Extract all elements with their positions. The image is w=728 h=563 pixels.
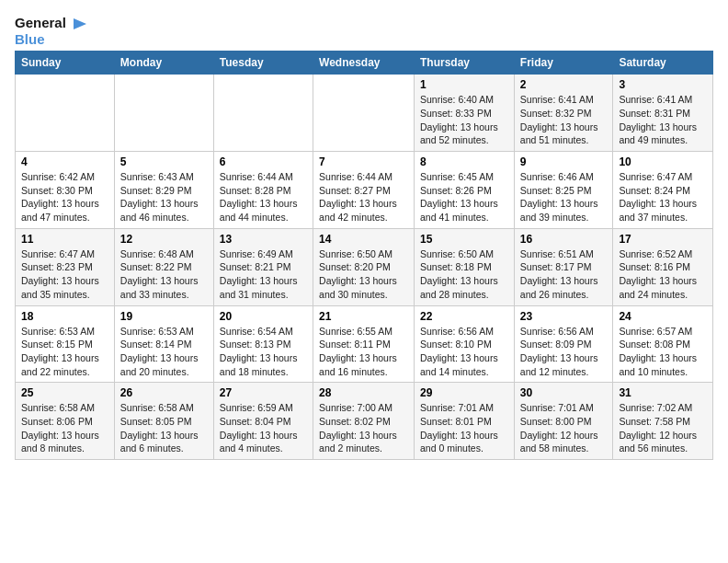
day-info: Sunrise: 6:56 AMSunset: 8:09 PMDaylight:… (520, 325, 608, 379)
day-number: 7 (319, 155, 408, 168)
day-cell: 11Sunrise: 6:47 AMSunset: 8:23 PMDayligh… (16, 228, 115, 305)
day-number: 21 (319, 310, 408, 323)
day-number: 25 (21, 386, 108, 399)
svg-marker-0 (74, 18, 86, 29)
week-row-4: 18Sunrise: 6:53 AMSunset: 8:15 PMDayligh… (16, 305, 713, 383)
day-number: 31 (619, 386, 707, 399)
day-number: 20 (220, 310, 307, 323)
day-number: 14 (319, 233, 408, 246)
day-number: 8 (420, 155, 508, 168)
col-header-thursday: Thursday (415, 52, 515, 75)
header: General Blue (15, 15, 713, 47)
day-info: Sunrise: 6:46 AMSunset: 8:25 PMDaylight:… (520, 170, 608, 224)
day-cell: 22Sunrise: 6:56 AMSunset: 8:10 PMDayligh… (415, 305, 515, 383)
day-info: Sunrise: 6:58 AMSunset: 8:05 PMDaylight:… (120, 401, 208, 455)
day-cell (313, 75, 415, 152)
day-cell: 19Sunrise: 6:53 AMSunset: 8:14 PMDayligh… (114, 305, 213, 383)
day-info: Sunrise: 6:57 AMSunset: 8:08 PMDaylight:… (619, 325, 707, 379)
day-info: Sunrise: 6:50 AMSunset: 8:20 PMDaylight:… (319, 247, 408, 302)
day-info: Sunrise: 6:44 AMSunset: 8:27 PMDaylight:… (319, 170, 408, 224)
day-info: Sunrise: 6:53 AMSunset: 8:15 PMDaylight:… (21, 325, 108, 379)
day-number: 27 (220, 386, 307, 399)
day-number: 15 (420, 233, 508, 246)
col-header-wednesday: Wednesday (313, 52, 415, 75)
col-header-saturday: Saturday (613, 52, 713, 75)
day-info: Sunrise: 6:55 AMSunset: 8:11 PMDaylight:… (319, 325, 408, 379)
week-row-2: 4Sunrise: 6:42 AMSunset: 8:30 PMDaylight… (16, 152, 713, 229)
col-header-sunday: Sunday (16, 52, 115, 75)
day-cell: 28Sunrise: 7:00 AMSunset: 8:02 PMDayligh… (313, 383, 415, 460)
day-number: 13 (220, 233, 307, 246)
day-number: 29 (420, 386, 508, 399)
day-number: 6 (220, 155, 307, 168)
day-number: 12 (120, 233, 208, 246)
day-info: Sunrise: 6:49 AMSunset: 8:21 PMDaylight:… (220, 247, 307, 302)
day-cell (213, 75, 313, 152)
day-number: 24 (619, 310, 707, 323)
day-cell: 16Sunrise: 6:51 AMSunset: 8:17 PMDayligh… (514, 228, 613, 305)
day-info: Sunrise: 6:45 AMSunset: 8:26 PMDaylight:… (420, 170, 508, 224)
day-info: Sunrise: 6:48 AMSunset: 8:22 PMDaylight:… (120, 247, 208, 302)
day-info: Sunrise: 6:52 AMSunset: 8:16 PMDaylight:… (619, 247, 707, 302)
day-info: Sunrise: 6:44 AMSunset: 8:28 PMDaylight:… (220, 170, 307, 224)
day-number: 16 (520, 233, 608, 246)
day-cell: 17Sunrise: 6:52 AMSunset: 8:16 PMDayligh… (613, 228, 713, 305)
logo: General Blue (15, 15, 86, 47)
calendar-table: SundayMondayTuesdayWednesdayThursdayFrid… (15, 51, 713, 460)
day-cell (114, 75, 213, 152)
day-info: Sunrise: 7:01 AMSunset: 8:01 PMDaylight:… (420, 401, 508, 455)
day-cell: 13Sunrise: 6:49 AMSunset: 8:21 PMDayligh… (213, 228, 313, 305)
day-cell: 6Sunrise: 6:44 AMSunset: 8:28 PMDaylight… (213, 152, 313, 229)
day-cell: 2Sunrise: 6:41 AMSunset: 8:32 PMDaylight… (514, 75, 613, 152)
day-info: Sunrise: 6:59 AMSunset: 8:04 PMDaylight:… (220, 401, 307, 455)
day-cell: 29Sunrise: 7:01 AMSunset: 8:01 PMDayligh… (415, 383, 515, 460)
day-cell: 4Sunrise: 6:42 AMSunset: 8:30 PMDaylight… (16, 152, 115, 229)
day-cell: 7Sunrise: 6:44 AMSunset: 8:27 PMDaylight… (313, 152, 415, 229)
day-info: Sunrise: 6:51 AMSunset: 8:17 PMDaylight:… (520, 247, 608, 302)
day-cell: 12Sunrise: 6:48 AMSunset: 8:22 PMDayligh… (114, 228, 213, 305)
day-info: Sunrise: 6:42 AMSunset: 8:30 PMDaylight:… (21, 170, 108, 224)
col-header-friday: Friday (514, 52, 613, 75)
day-info: Sunrise: 7:01 AMSunset: 8:00 PMDaylight:… (520, 401, 608, 455)
day-number: 30 (520, 386, 608, 399)
week-row-5: 25Sunrise: 6:58 AMSunset: 8:06 PMDayligh… (16, 383, 713, 460)
day-cell: 30Sunrise: 7:01 AMSunset: 8:00 PMDayligh… (514, 383, 613, 460)
day-number: 10 (619, 155, 707, 168)
page-container: General Blue SundayMondayTuesdayWednesda… (0, 0, 728, 467)
logo-text: General Blue (15, 15, 86, 47)
day-number: 4 (21, 155, 108, 168)
day-number: 28 (319, 386, 408, 399)
day-number: 17 (619, 233, 707, 246)
day-cell: 15Sunrise: 6:50 AMSunset: 8:18 PMDayligh… (415, 228, 515, 305)
week-row-3: 11Sunrise: 6:47 AMSunset: 8:23 PMDayligh… (16, 228, 713, 305)
day-info: Sunrise: 6:53 AMSunset: 8:14 PMDaylight:… (120, 325, 208, 379)
day-info: Sunrise: 7:00 AMSunset: 8:02 PMDaylight:… (319, 401, 408, 455)
header-row: SundayMondayTuesdayWednesdayThursdayFrid… (16, 52, 713, 75)
day-cell: 5Sunrise: 6:43 AMSunset: 8:29 PMDaylight… (114, 152, 213, 229)
day-cell: 31Sunrise: 7:02 AMSunset: 7:58 PMDayligh… (613, 383, 713, 460)
week-row-1: 1Sunrise: 6:40 AMSunset: 8:33 PMDaylight… (16, 75, 713, 152)
day-number: 1 (420, 78, 508, 91)
day-cell: 18Sunrise: 6:53 AMSunset: 8:15 PMDayligh… (16, 305, 115, 383)
day-number: 2 (520, 78, 608, 91)
day-cell: 10Sunrise: 6:47 AMSunset: 8:24 PMDayligh… (613, 152, 713, 229)
day-number: 26 (120, 386, 208, 399)
col-header-tuesday: Tuesday (213, 52, 313, 75)
day-number: 3 (619, 78, 707, 91)
day-cell: 23Sunrise: 6:56 AMSunset: 8:09 PMDayligh… (514, 305, 613, 383)
day-cell: 27Sunrise: 6:59 AMSunset: 8:04 PMDayligh… (213, 383, 313, 460)
day-info: Sunrise: 6:47 AMSunset: 8:24 PMDaylight:… (619, 170, 707, 224)
day-number: 19 (120, 310, 208, 323)
day-info: Sunrise: 6:43 AMSunset: 8:29 PMDaylight:… (120, 170, 208, 224)
day-cell: 3Sunrise: 6:41 AMSunset: 8:31 PMDaylight… (613, 75, 713, 152)
day-cell: 14Sunrise: 6:50 AMSunset: 8:20 PMDayligh… (313, 228, 415, 305)
day-info: Sunrise: 6:54 AMSunset: 8:13 PMDaylight:… (220, 325, 307, 379)
day-info: Sunrise: 6:50 AMSunset: 8:18 PMDaylight:… (420, 247, 508, 302)
day-info: Sunrise: 6:41 AMSunset: 8:31 PMDaylight:… (619, 93, 707, 147)
day-number: 18 (21, 310, 108, 323)
day-number: 11 (21, 233, 108, 246)
day-number: 23 (520, 310, 608, 323)
day-cell (16, 75, 115, 152)
day-info: Sunrise: 6:47 AMSunset: 8:23 PMDaylight:… (21, 247, 108, 302)
day-number: 5 (120, 155, 208, 168)
